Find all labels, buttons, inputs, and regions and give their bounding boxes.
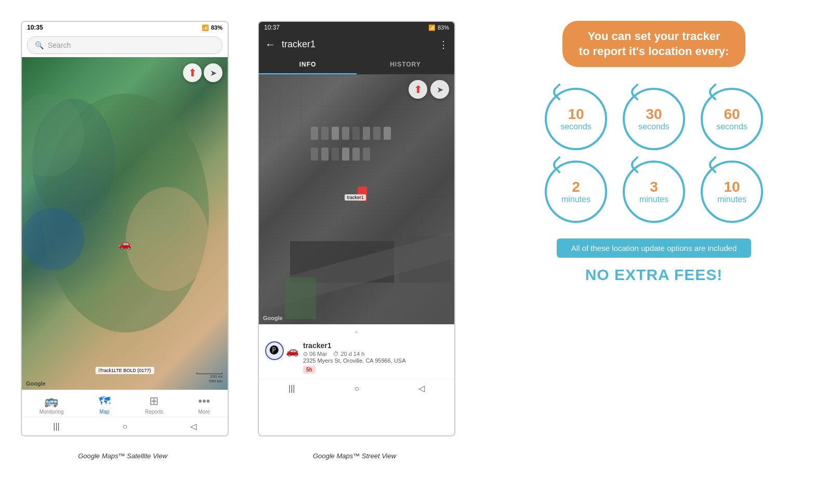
android-home-btn[interactable]: ○ (122, 422, 127, 431)
left-signal-icon: 📶 (202, 24, 209, 31)
interval-number-3m: 3 (650, 180, 658, 194)
left-map: ⬆ ➤ 🚗 iTrack1LTE BOLD (0177) Google 200 … (22, 57, 228, 390)
menu-button[interactable]: ⋮ (439, 39, 448, 50)
interval-number-10s: 10 (568, 107, 584, 122)
nav-monitoring[interactable]: 🚌 Monitoring (40, 394, 64, 415)
nav-reports[interactable]: ⊞ Reports (145, 394, 163, 415)
left-status-bar: 10:35 📶 83% (22, 22, 228, 33)
svg-rect-19 (332, 148, 339, 161)
interval-circle-3m: 3 minutes (623, 161, 685, 223)
compass-button[interactable]: ⬆ (183, 63, 202, 82)
right-battery: 83% (438, 24, 449, 31)
intervals-grid: 10 seconds 30 seconds 60 seconds 2 minut… (545, 88, 763, 223)
tracker-avatar-icon: 🅟 (270, 346, 279, 356)
tracker-avatar: 🅟 (265, 341, 284, 360)
compass-icon: ⬆ (188, 67, 197, 79)
interval-circle-2m: 2 minutes (545, 161, 607, 223)
svg-rect-20 (342, 148, 349, 161)
scale-mi: 200 mi (210, 374, 222, 379)
svg-point-2 (126, 187, 209, 291)
left-phone-caption: Google Maps™ Satellite View (78, 452, 167, 460)
nav-arrow-icon: ➤ (210, 68, 217, 78)
interval-circle-60s: 60 seconds (701, 88, 763, 150)
search-input[interactable]: Search (48, 41, 71, 49)
interval-10m: 10 minutes (701, 161, 763, 223)
monitoring-icon: 🚌 (44, 394, 58, 408)
tracker-title: tracker1 (282, 39, 432, 50)
right-android-home-btn[interactable]: ○ (354, 384, 359, 393)
svg-rect-12 (342, 127, 349, 140)
search-bar[interactable]: 🔍 Search (27, 36, 222, 54)
nav-reports-label: Reports (145, 409, 163, 415)
tab-info[interactable]: INFO (259, 56, 357, 74)
tracker-duration: ⏱ 20 d 14 h (333, 351, 364, 357)
map-svg (22, 57, 228, 390)
reports-icon: ⊞ (149, 394, 159, 408)
tab-bar: INFO HISTORY (259, 56, 454, 75)
svg-rect-13 (352, 127, 360, 140)
svg-rect-9 (311, 127, 318, 140)
interval-number-2m: 2 (572, 180, 580, 194)
back-button[interactable]: ← (265, 38, 275, 50)
interval-unit-60s: seconds (716, 122, 747, 131)
nav-map-label: Map (99, 409, 109, 415)
svg-rect-10 (321, 127, 329, 140)
google-watermark-left: Google (26, 380, 46, 387)
scroll-indicator: ⌃ (265, 330, 448, 338)
right-android-back-btn[interactable]: ◁ (418, 383, 425, 393)
info-headline: You can set your trackerto report it's l… (562, 21, 746, 67)
right-android-menu-btn[interactable]: ||| (288, 384, 295, 393)
interval-10s: 10 seconds (545, 88, 607, 150)
left-nav-bar: 🚌 Monitoring 🗺 Map ⊞ Reports ••• More (22, 390, 228, 417)
svg-rect-8 (285, 277, 316, 319)
svg-point-3 (22, 208, 84, 270)
nav-more-label: More (198, 409, 210, 415)
left-time: 10:35 (27, 24, 43, 31)
android-menu-btn[interactable]: ||| (53, 422, 59, 431)
right-map: ⬆ ➤ tracker1 Google (259, 75, 454, 324)
sat-tracker-label: tracker1 (345, 194, 366, 201)
interval-circle-10s: 10 seconds (545, 88, 607, 150)
sat-nav-icon: ➤ (437, 85, 443, 95)
svg-rect-18 (321, 148, 329, 161)
info-panel: You can set your trackerto report it's l… (468, 0, 840, 299)
tracker-app-bar: ← tracker1 ⋮ (259, 33, 454, 56)
interval-unit-3m: minutes (639, 194, 668, 204)
tracker-date: ⊙ 06 Mar (303, 351, 327, 357)
interval-60s: 60 seconds (701, 88, 763, 150)
right-android-bar: ||| ○ ◁ (259, 379, 454, 397)
sat-nav-btn[interactable]: ➤ (430, 80, 449, 99)
google-watermark-right: Google (263, 315, 283, 321)
nav-map[interactable]: 🗺 Map (99, 394, 110, 415)
nav-more[interactable]: ••• More (198, 394, 210, 415)
nav-monitoring-label: Monitoring (40, 409, 64, 415)
sat-compass[interactable]: ⬆ (409, 80, 427, 99)
tracker-map-label: iTrack1LTE BOLD (0177) (96, 367, 154, 374)
sat-compass-icon: ⬆ (414, 83, 423, 96)
tracker-car-icon: 🚗 (286, 344, 299, 357)
no-extra-banner: All of these location update options are… (557, 238, 752, 258)
interval-unit-2m: minutes (561, 194, 590, 204)
nav-button[interactable]: ➤ (204, 63, 222, 82)
right-phone: 10:37 📶 83% ← tracker1 ⋮ INFO HISTORY (258, 21, 455, 436)
left-phone: 10:35 📶 83% 🔍 Search ⬆ (21, 21, 229, 436)
interval-number-60s: 60 (724, 107, 740, 122)
android-back-btn[interactable]: ◁ (190, 421, 196, 431)
interval-unit-10s: seconds (560, 122, 592, 131)
svg-rect-22 (363, 148, 370, 161)
interval-2m: 2 minutes (545, 161, 607, 223)
tracker-info-panel: ⌃ 🅟 🚗 tracker1 ⊙ 06 Mar ⏱ 20 d 14 h 2325… (259, 324, 454, 379)
left-battery: 83% (211, 24, 222, 31)
svg-rect-16 (384, 127, 391, 140)
tracker-meta: ⊙ 06 Mar ⏱ 20 d 14 h (303, 351, 448, 357)
svg-rect-11 (332, 127, 339, 140)
interval-circle-10m: 10 minutes (701, 161, 763, 223)
search-icon: 🔍 (35, 41, 44, 49)
svg-rect-15 (373, 127, 380, 140)
no-extra-fees: NO EXTRA FEES! (585, 266, 723, 284)
svg-rect-17 (311, 148, 318, 161)
tab-history[interactable]: HISTORY (357, 56, 454, 74)
right-time: 10:37 (264, 24, 280, 31)
more-icon: ••• (198, 394, 210, 408)
tracker-badge: 5h (303, 366, 316, 374)
